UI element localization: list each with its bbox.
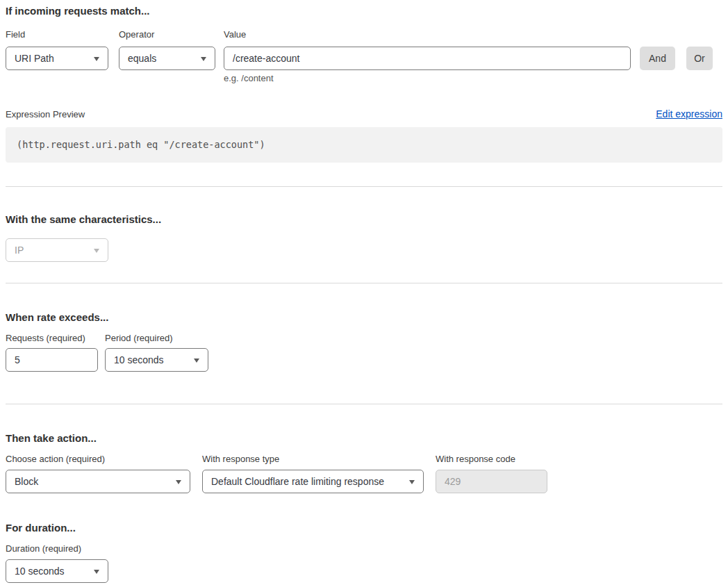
requests-input[interactable]: [6, 348, 98, 372]
section-same-characteristics: With the same characteristics... IP: [6, 213, 722, 262]
chevron-down-icon: [94, 57, 99, 61]
requests-label: Requests (required): [6, 333, 98, 343]
period-select[interactable]: 10 seconds: [105, 348, 208, 372]
section-for-duration: For duration... Duration (required) 10 s…: [6, 522, 722, 583]
operator-select[interactable]: equals: [119, 47, 215, 70]
section-heading-characteristics: With the same characteristics...: [6, 213, 722, 225]
response-type-label: With response type: [202, 454, 424, 464]
chevron-down-icon: [176, 480, 181, 484]
section-rate-exceeds: When rate exceeds... Requests (required)…: [6, 311, 722, 372]
match-labels-row: Field Operator Value: [6, 30, 722, 40]
section-take-action: Then take action... Choose action (requi…: [6, 432, 722, 493]
value-input[interactable]: [224, 47, 631, 70]
operator-label: Operator: [119, 30, 215, 40]
action-select[interactable]: Block: [6, 470, 190, 493]
chevron-down-icon: [194, 359, 199, 363]
and-button[interactable]: And: [640, 47, 675, 70]
match-controls-row: URI Path equals And Or: [6, 47, 722, 70]
period-select-value: 10 seconds: [114, 354, 164, 365]
chevron-down-icon: [201, 57, 206, 61]
response-code-input: [436, 470, 547, 493]
section-heading-action: Then take action...: [6, 432, 722, 444]
duration-select-value: 10 seconds: [15, 566, 65, 577]
action-select-value: Block: [15, 476, 38, 487]
value-label: Value: [224, 30, 631, 40]
duration-select[interactable]: 10 seconds: [6, 559, 108, 583]
operator-select-value: equals: [128, 53, 156, 64]
section-heading-duration: For duration...: [6, 522, 722, 534]
value-hint: e.g. /content: [224, 74, 722, 83]
section-heading-match: If incoming requests match...: [6, 5, 722, 17]
or-button[interactable]: Or: [686, 47, 713, 70]
rate-limiting-rule-form: If incoming requests match... Field Oper…: [0, 0, 728, 583]
chevron-down-icon: [94, 570, 99, 574]
expression-preview-label: Expression Preview: [6, 110, 85, 120]
response-code-label: With response code: [436, 454, 547, 464]
period-label: Period (required): [105, 333, 208, 343]
section-divider: [6, 186, 722, 187]
choose-action-label: Choose action (required): [6, 454, 190, 464]
rate-controls-row: 10 seconds: [6, 348, 722, 372]
action-controls-row: Block Default Cloudflare rate limiting r…: [6, 470, 722, 493]
field-select-value: URI Path: [15, 53, 54, 64]
duration-label: Duration (required): [6, 544, 722, 554]
section-divider: [6, 283, 722, 283]
characteristic-select: IP: [6, 238, 108, 262]
rate-labels-row: Requests (required) Period (required): [6, 333, 722, 343]
response-type-select[interactable]: Default Cloudflare rate limiting respons…: [202, 470, 424, 493]
chevron-down-icon: [94, 249, 99, 253]
edit-expression-link[interactable]: Edit expression: [656, 109, 722, 120]
field-select[interactable]: URI Path: [6, 47, 108, 70]
section-incoming-requests-match: If incoming requests match... Field Oper…: [6, 5, 722, 163]
section-divider: [6, 404, 722, 404]
expression-preview-code: (http.request.uri.path eq "/create-accou…: [6, 127, 722, 163]
characteristic-select-value: IP: [15, 245, 24, 256]
field-label: Field: [6, 30, 108, 40]
section-heading-rate: When rate exceeds...: [6, 311, 722, 323]
action-labels-row: Choose action (required) With response t…: [6, 454, 722, 464]
chevron-down-icon: [409, 480, 415, 484]
response-type-select-value: Default Cloudflare rate limiting respons…: [211, 476, 384, 487]
expression-preview-header: Expression Preview Edit expression: [6, 109, 722, 120]
